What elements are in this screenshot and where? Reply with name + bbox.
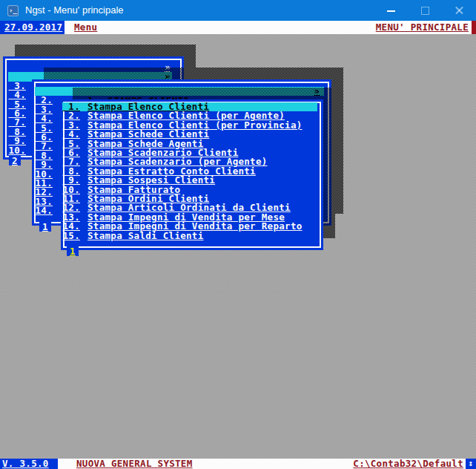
clienti-menu-selected-number: 1: [39, 222, 51, 232]
maximize-button[interactable]: [408, 0, 442, 21]
stampe-item-15[interactable]: 15.Stampa Saldi Clienti: [62, 232, 317, 240]
window-title: Ngst - Menu' principale: [25, 0, 124, 21]
minimize-icon: [387, 10, 395, 12]
close-button[interactable]: [442, 0, 476, 21]
right-edge-strip: [472, 21, 476, 34]
resize-glyph-icon: ↕: [466, 459, 476, 469]
stampe-menu-selected-number: 1: [67, 246, 79, 256]
top-info-bar: 27.09.2017 Menu MENU' PRINCIPALE: [0, 21, 476, 34]
stampe-clienti-window: 1.Stampa Elenco Clienti 2.Stampa Elenco …: [61, 99, 323, 250]
status-bar: V. 3.5.0 NUOVA GENERAL SYSTEM C:\Contab3…: [0, 459, 476, 469]
dos-screen: 27.09.2017 Menu MENU' PRINCIPALE 1.MAGAZ…: [0, 21, 476, 469]
app-icon: ›_: [7, 5, 19, 16]
main-menu-selected-number: 2: [9, 156, 21, 165]
version-display: V. 3.5.0: [0, 459, 58, 469]
titlebar: ›_ Ngst - Menu' principale: [0, 0, 476, 21]
app-window: ›_ Ngst - Menu' principale 27.09.2017 Me…: [0, 0, 476, 469]
company-name: NUOVA GENERAL SYSTEM: [76, 459, 193, 469]
date-display: 27.09.2017: [0, 21, 65, 34]
maximize-icon: [421, 7, 429, 15]
menu-label: Menu: [74, 21, 97, 34]
working-path: C:\Contab32\Default: [353, 459, 463, 469]
minimize-button[interactable]: [374, 0, 408, 21]
page-title: MENU' PRINCIPALE: [376, 21, 469, 34]
